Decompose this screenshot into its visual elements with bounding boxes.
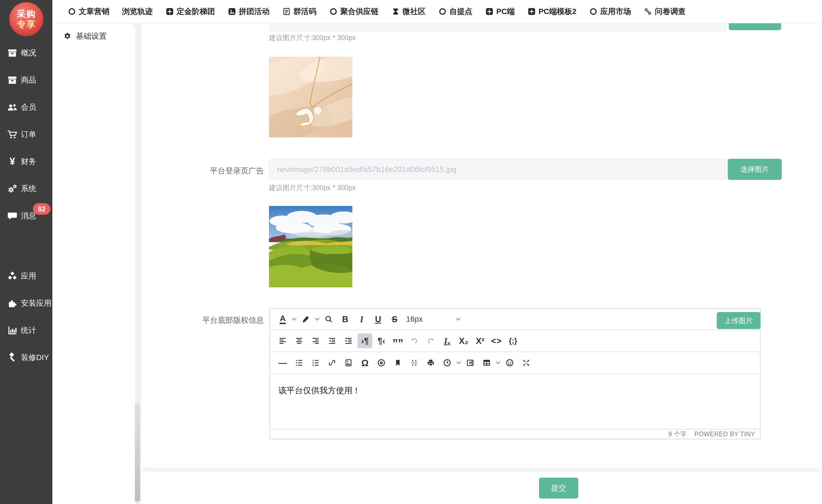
- insert-link-button[interactable]: [325, 355, 339, 370]
- strikethrough-button[interactable]: S: [387, 312, 402, 327]
- insert-image-button[interactable]: [341, 355, 356, 370]
- blockquote-button[interactable]: ””: [390, 334, 405, 348]
- product-box-icon: [7, 75, 18, 85]
- sidebar-item-orders[interactable]: 订单: [0, 126, 52, 142]
- admin-page: 采购 专享 82 概况 商品 会员: [0, 0, 822, 504]
- bold-button[interactable]: B: [338, 312, 353, 327]
- print-button[interactable]: [423, 355, 438, 370]
- special-char-button[interactable]: Ω: [358, 355, 372, 370]
- login-ad-image-input[interactable]: [269, 159, 726, 180]
- necklace-preview-image: [269, 57, 352, 137]
- bottom-action-bar: 提交: [141, 471, 822, 504]
- sidebar-item-decorate-diy[interactable]: 装修DIY: [0, 349, 52, 366]
- anchor-bookmark-button[interactable]: [390, 355, 405, 370]
- topnav-group-qr[interactable]: 群活码: [282, 6, 316, 17]
- sidebar-item-install-apps[interactable]: 安装应用: [0, 295, 52, 312]
- brand-logo: 采购 专享: [9, 2, 43, 36]
- ltr-paragraph-button[interactable]: ›¶: [358, 334, 372, 348]
- numbered-list-button[interactable]: 123: [308, 355, 323, 370]
- table-chevron-icon[interactable]: [495, 361, 501, 365]
- highlight-color-chevron-icon[interactable]: [315, 317, 320, 321]
- bullet-list-button[interactable]: [292, 355, 307, 370]
- align-left-button[interactable]: [275, 334, 290, 348]
- sidebar-item-statistics[interactable]: 统计: [0, 322, 52, 339]
- insert-table-button[interactable]: [479, 355, 494, 370]
- circle-icon: [438, 7, 447, 16]
- font-size-select[interactable]: 16px: [403, 312, 464, 327]
- topnav-pc-template2[interactable]: PC端模板2: [527, 6, 576, 17]
- main-scrollbar-thumb[interactable]: [134, 403, 140, 502]
- editor-status-bar: 9 个字 POWERED BY TINY: [270, 429, 760, 439]
- preview-eye-button[interactable]: [374, 355, 389, 370]
- copyright-label: 平台底部版权信息: [141, 315, 264, 326]
- topnav-pc[interactable]: PC端: [485, 6, 515, 17]
- landscape-preview-image: [269, 206, 352, 288]
- topnav-group-activity[interactable]: 拼团活动: [228, 6, 270, 17]
- sidebar-item-system[interactable]: 系统: [0, 180, 52, 197]
- topnav-app-market[interactable]: 应用市场: [589, 6, 631, 17]
- topnav-survey[interactable]: 问卷调查: [644, 6, 686, 17]
- search-icon[interactable]: [321, 312, 336, 327]
- align-right-button[interactable]: [308, 334, 323, 348]
- align-center-button[interactable]: [292, 334, 307, 348]
- editor-content-area[interactable]: 该平台仅供我方使用！: [270, 374, 760, 429]
- topnav-label: 拼团活动: [239, 6, 270, 17]
- topnav-deposit-ladder-group[interactable]: 定金阶梯团: [165, 6, 215, 17]
- sidebar-item-members[interactable]: 会员: [0, 99, 52, 115]
- topnav-article-marketing[interactable]: 文章营销: [67, 6, 109, 17]
- superscript-button[interactable]: X²: [473, 334, 487, 348]
- editor-text: 该平台仅供我方使用！: [278, 385, 752, 396]
- topnav-label: 微社区: [403, 6, 426, 17]
- text-color-button[interactable]: A: [275, 312, 290, 327]
- sidebar-item-overview[interactable]: 概况: [0, 45, 52, 61]
- insert-datetime-button[interactable]: [440, 355, 455, 370]
- undo-button[interactable]: [407, 334, 422, 348]
- page-break-button[interactable]: [407, 355, 422, 370]
- topnav-pickup-point[interactable]: 自提点: [438, 6, 472, 17]
- editor-toolbar-row3: — 123 Ω: [270, 352, 760, 374]
- image-size-hint: 建议图片尺寸:300px * 300px: [269, 183, 356, 192]
- circle-icon: [67, 7, 76, 16]
- code-sample-button[interactable]: {;}: [506, 334, 520, 348]
- topnav-label: 群活码: [293, 6, 316, 17]
- remove-format-button[interactable]: Ix: [440, 334, 455, 348]
- settings-form: 建议图片尺寸:300px * 300px 平台登录页广告 选择图片 建议图片尺寸…: [141, 23, 822, 504]
- cubes-icon: [7, 271, 18, 282]
- subscript-button[interactable]: X₂: [456, 334, 471, 348]
- redo-button[interactable]: [423, 334, 438, 348]
- emoticons-button[interactable]: [502, 355, 517, 370]
- login-ad-label: 平台登录页广告: [141, 166, 264, 176]
- datetime-chevron-icon[interactable]: [456, 361, 461, 365]
- cart-icon: [7, 129, 18, 140]
- sidebar-item-label: 订单: [21, 129, 36, 139]
- topnav-supply-chain[interactable]: 聚合供应链: [329, 6, 379, 17]
- svg-text:3: 3: [312, 364, 314, 367]
- subnav-basic-settings[interactable]: 基础设置: [52, 23, 135, 41]
- topnav-label: 自提点: [449, 6, 472, 17]
- submit-button[interactable]: 提交: [539, 478, 578, 499]
- hourglass-icon: [391, 7, 400, 16]
- topnav-browse-track[interactable]: 浏览轨迹: [122, 6, 153, 17]
- plus-square-icon: [527, 7, 536, 16]
- topnav-micro-community[interactable]: 微社区: [391, 6, 426, 17]
- word-count: 9 个字: [668, 430, 687, 439]
- upload-image-button[interactable]: 上传图片: [717, 312, 761, 329]
- sidebar-item-finance[interactable]: ¥ 财务: [0, 153, 52, 170]
- bar-chart-icon: [7, 325, 18, 336]
- indent-button[interactable]: [341, 334, 356, 348]
- italic-button[interactable]: I: [354, 312, 369, 327]
- choose-image-button[interactable]: 选择图片: [728, 159, 782, 180]
- sidebar-item-goods[interactable]: 商品: [0, 72, 52, 88]
- outdent-button[interactable]: [325, 334, 339, 348]
- highlight-color-button[interactable]: [298, 312, 313, 327]
- insert-media-button[interactable]: [463, 355, 478, 370]
- code-button[interactable]: <>: [489, 334, 504, 348]
- fullscreen-button[interactable]: [519, 355, 533, 370]
- sidebar-item-apps[interactable]: 应用: [0, 268, 52, 285]
- text-color-chevron-icon[interactable]: [292, 317, 297, 321]
- rtl-paragraph-button[interactable]: ¶‹: [374, 334, 389, 348]
- logo-line1: 采购: [17, 9, 36, 19]
- image-size-hint: 建议图片尺寸:300px * 300px: [269, 33, 356, 42]
- horizontal-rule-button[interactable]: —: [275, 355, 290, 370]
- underline-button[interactable]: U: [371, 312, 386, 327]
